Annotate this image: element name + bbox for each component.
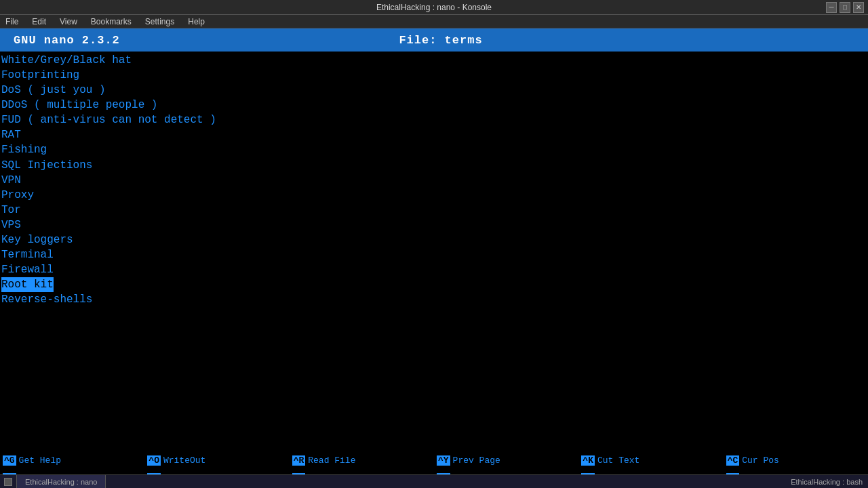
taskbar-secondary-window[interactable]: EthicalHacking : bash bbox=[791, 478, 863, 486]
shortcut-key: ^K bbox=[581, 455, 595, 466]
taskbar-active-window[interactable]: EthicalHacking : nano bbox=[16, 475, 106, 488]
menu-item-view[interactable]: View bbox=[57, 17, 80, 26]
window-controls[interactable]: ─ □ ✕ bbox=[826, 2, 864, 13]
maximize-button[interactable]: □ bbox=[840, 2, 850, 13]
shortcut-label: WriteOut bbox=[163, 455, 205, 466]
editor-area: White/Grey/Black hatFootprintingDoS ( ju… bbox=[0, 52, 868, 436]
statusbar bbox=[0, 436, 868, 450]
shortcut-key: ^O bbox=[147, 455, 161, 466]
editor-line: Tor bbox=[1, 203, 868, 218]
editor-line: Root kit bbox=[1, 277, 868, 292]
shortcut-label: Cur Pos bbox=[742, 455, 779, 466]
nano-file-text: File: terms bbox=[298, 34, 583, 47]
menubar: FileEditViewBookmarksSettingsHelp bbox=[0, 15, 868, 28]
shortcut-key: ^G bbox=[3, 455, 16, 466]
editor-line: Reverse-shells bbox=[1, 292, 868, 307]
window-title: EthicalHacking : nano - Konsole bbox=[376, 3, 492, 12]
editor-line: Key loggers bbox=[1, 232, 868, 247]
shortcut-label: Cut Text bbox=[597, 455, 639, 466]
editor-line: White/Grey/Black hat bbox=[1, 53, 868, 68]
shortcut-label: Get Help bbox=[19, 455, 61, 466]
editor-line: DDoS ( multiple people ) bbox=[1, 98, 868, 113]
shortcut-item: ^KCut Text bbox=[578, 451, 723, 469]
shortcut-label: Read File bbox=[308, 455, 355, 466]
editor-line: FUD ( anti-virus can not detect ) bbox=[1, 113, 868, 127]
menu-item-settings[interactable]: Settings bbox=[142, 17, 177, 26]
editor-line: Footprinting bbox=[1, 68, 868, 83]
taskbar-right: EthicalHacking : bash bbox=[785, 478, 868, 486]
taskbar: EthicalHacking : nano EthicalHacking : b… bbox=[0, 474, 868, 488]
minimize-button[interactable]: ─ bbox=[826, 2, 837, 13]
shortcut-item: ^GGet Help bbox=[0, 451, 144, 469]
menu-item-bookmarks[interactable]: Bookmarks bbox=[88, 17, 134, 26]
shortcut-item: ^RRead File bbox=[290, 451, 434, 469]
editor-line: RAT bbox=[1, 127, 868, 142]
shortcut-item: ^OWriteOut bbox=[144, 451, 289, 469]
editor-line: Fishing bbox=[1, 142, 868, 157]
editor-line: Terminal bbox=[1, 247, 868, 262]
taskbar-icon bbox=[4, 478, 12, 486]
shortcut-key: ^Y bbox=[437, 455, 450, 466]
editor-line: VPN bbox=[1, 173, 868, 188]
shortcut-item: ^CCur Pos bbox=[724, 451, 868, 469]
nano-titlebar: GNU nano 2.3.2 File: terms bbox=[0, 28, 868, 52]
editor-line: Proxy bbox=[1, 188, 868, 203]
editor-line: SQL Injections bbox=[1, 158, 868, 173]
editor-line: DoS ( just you ) bbox=[1, 83, 868, 98]
menu-item-edit[interactable]: Edit bbox=[29, 17, 49, 26]
close-button[interactable]: ✕ bbox=[853, 2, 864, 13]
nano-title-text: GNU nano 2.3.2 bbox=[0, 34, 298, 47]
editor-line: Firewall bbox=[1, 262, 868, 277]
editor-line-highlighted: Root kit bbox=[1, 277, 54, 292]
taskbar-left bbox=[0, 478, 16, 486]
shortcut-key: ^R bbox=[292, 455, 306, 466]
menu-item-help[interactable]: Help bbox=[185, 17, 208, 26]
shortcut-key: ^C bbox=[726, 455, 740, 466]
editor-line: VPS bbox=[1, 218, 868, 232]
shortcut-label: Prev Page bbox=[453, 455, 500, 466]
window-chrome: EthicalHacking : nano - Konsole ─ □ ✕ bbox=[0, 0, 868, 15]
shortcut-item: ^YPrev Page bbox=[434, 451, 578, 469]
menu-item-file[interactable]: File bbox=[3, 17, 21, 26]
